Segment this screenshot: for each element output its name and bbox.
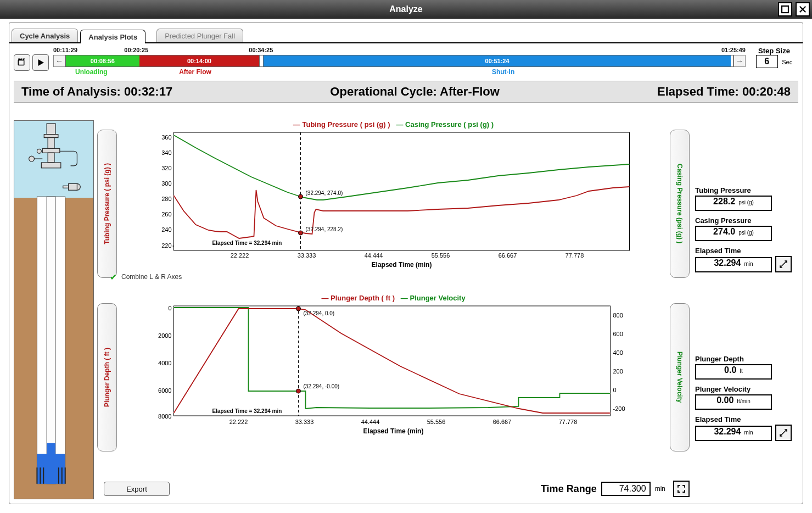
time-range-input[interactable] <box>601 482 651 496</box>
svg-rect-6 <box>48 153 54 163</box>
tp-label: Tubing Pressure <box>695 186 798 194</box>
record-button[interactable] <box>14 54 30 71</box>
zoom2-button[interactable] <box>775 425 792 441</box>
et1-label: Elapsed Time <box>695 247 798 255</box>
et2-value: 32.294min <box>695 426 772 441</box>
svg-point-67 <box>296 389 301 393</box>
et2-label: Elapsed Time <box>695 415 798 423</box>
window-maximize-button[interactable] <box>778 2 792 16</box>
svg-text:0: 0 <box>613 387 617 393</box>
pd-label: Plunger Depth <box>695 355 798 363</box>
svg-text:400: 400 <box>613 349 623 356</box>
tab-cycle-analysis[interactable]: Cycle Analysis <box>12 29 78 42</box>
svg-text:22.222: 22.222 <box>231 252 249 259</box>
pv-label: Plunger Velocity <box>695 385 798 393</box>
step-size-input[interactable] <box>756 55 778 68</box>
well-diagram <box>14 120 94 499</box>
svg-text:77.778: 77.778 <box>559 419 578 425</box>
svg-text:800: 800 <box>613 312 623 319</box>
tab-analysis-plots[interactable]: Analysis Plots <box>80 30 145 43</box>
svg-point-42 <box>299 231 303 235</box>
timeline-segment-afterflow[interactable]: 00:14:00 <box>139 55 260 66</box>
svg-text:6000: 6000 <box>158 387 171 394</box>
svg-point-41 <box>299 194 303 199</box>
cycle-label: Operational Cycle: <box>330 85 436 98</box>
elapsed-label: Elapsed Time: <box>657 85 739 98</box>
svg-text:-200: -200 <box>613 405 625 412</box>
legend-unloading: Unloading <box>53 68 130 76</box>
toa-value: 00:32:17 <box>124 85 172 98</box>
svg-text:Elapsed Time = 32.294 min: Elapsed Time = 32.294 min <box>212 408 282 414</box>
svg-rect-12 <box>63 186 69 188</box>
fullscreen-button[interactable] <box>673 481 690 497</box>
svg-rect-23 <box>174 132 630 250</box>
svg-point-8 <box>29 156 35 161</box>
play-button[interactable] <box>32 54 49 71</box>
chart2-title: — Plunger Depth ( ft ) — Plunger Velocit… <box>97 294 690 302</box>
wellhead-icon <box>14 121 93 489</box>
svg-text:300: 300 <box>161 180 171 187</box>
chart1-plot[interactable]: 220 240 260 280 300 320 340 360 <box>122 130 664 278</box>
zoom1-button[interactable] <box>775 256 792 272</box>
pv-value: 0.00ft/min <box>695 394 772 410</box>
timeline-segment-unloading[interactable]: 00:08:56 <box>66 55 139 66</box>
svg-rect-14 <box>47 197 55 484</box>
svg-text:260: 260 <box>161 211 171 218</box>
svg-text:600: 600 <box>613 331 623 337</box>
svg-text:Elapsed Time   (min): Elapsed Time (min) <box>363 427 424 435</box>
chart2-plot[interactable]: 0 2000 4000 6000 8000 800 600 <box>122 303 664 451</box>
svg-text:(32.294, -0.00): (32.294, -0.00) <box>304 383 340 389</box>
pd-value: 0.0ft <box>695 364 772 380</box>
toa-label: Time of Analysis: <box>21 85 121 98</box>
svg-rect-3 <box>44 135 58 138</box>
svg-rect-1 <box>18 60 24 65</box>
timeline-step-back[interactable]: ← <box>53 55 65 67</box>
window-close-button[interactable] <box>796 2 810 16</box>
combine-axes-checkbox[interactable]: ✔ <box>108 272 118 282</box>
window-titlebar: Analyze <box>0 0 812 19</box>
legend-shutin: Shut-In <box>261 68 746 76</box>
chart1-left-axis[interactable]: Tubing Pressure ( psi (g) ) <box>97 130 117 278</box>
window-title: Analyze <box>389 4 422 14</box>
svg-text:220: 220 <box>161 242 171 249</box>
chart1-right-axis[interactable]: Casing Pressure (psi (g) ) <box>670 130 690 278</box>
svg-rect-7 <box>41 163 61 168</box>
time-range-label: Time Range <box>541 483 597 495</box>
tabs: Cycle Analysis Analysis Plots Predicted … <box>9 26 803 43</box>
svg-rect-4 <box>48 138 54 149</box>
ruler-t2: 00:34:25 <box>249 47 273 53</box>
svg-text:55.556: 55.556 <box>427 419 446 425</box>
tp-value: 228.2psi (g) <box>695 196 772 211</box>
cycle-value: After-Flow <box>440 85 500 98</box>
export-button[interactable]: Export <box>104 482 170 496</box>
status-banner: Time of Analysis: 00:32:17 Operational C… <box>14 81 798 103</box>
svg-rect-16 <box>47 443 55 484</box>
svg-text:77.778: 77.778 <box>565 252 584 259</box>
svg-text:320: 320 <box>161 165 171 171</box>
et1-value: 32.294min <box>695 257 772 272</box>
svg-text:8000: 8000 <box>158 413 171 420</box>
svg-rect-11 <box>69 183 77 190</box>
svg-text:2000: 2000 <box>158 332 171 339</box>
svg-text:240: 240 <box>161 226 171 233</box>
legend-afterflow: After Flow <box>130 68 261 76</box>
svg-text:280: 280 <box>161 196 171 202</box>
ruler-t1: 00:20:25 <box>124 47 148 53</box>
svg-point-9 <box>37 149 41 153</box>
svg-text:44.444: 44.444 <box>361 419 380 425</box>
ruler-tend: 01:25:49 <box>721 47 746 53</box>
svg-text:33.333: 33.333 <box>295 419 314 425</box>
svg-rect-0 <box>782 6 788 13</box>
svg-text:66.667: 66.667 <box>499 252 517 259</box>
elapsed-value: 00:20:48 <box>742 85 791 98</box>
timeline-step-forward[interactable]: → <box>733 55 746 67</box>
svg-text:Elapsed Time = 32.294 min: Elapsed Time = 32.294 min <box>212 240 282 246</box>
tab-predicted-plunger-fall[interactable]: Predicted Plunger Fall <box>156 29 243 42</box>
svg-text:360: 360 <box>161 134 171 141</box>
chart2-right-axis[interactable]: Plunger Velocity <box>670 303 690 451</box>
chart2-left-axis[interactable]: Plunger Depth ( ft ) <box>97 303 117 451</box>
time-range-unit: min <box>655 485 665 493</box>
svg-rect-46 <box>174 306 611 416</box>
timeline-segment-shutin[interactable]: 00:51:24 <box>264 55 731 66</box>
step-size-label: Step Size <box>750 47 798 55</box>
